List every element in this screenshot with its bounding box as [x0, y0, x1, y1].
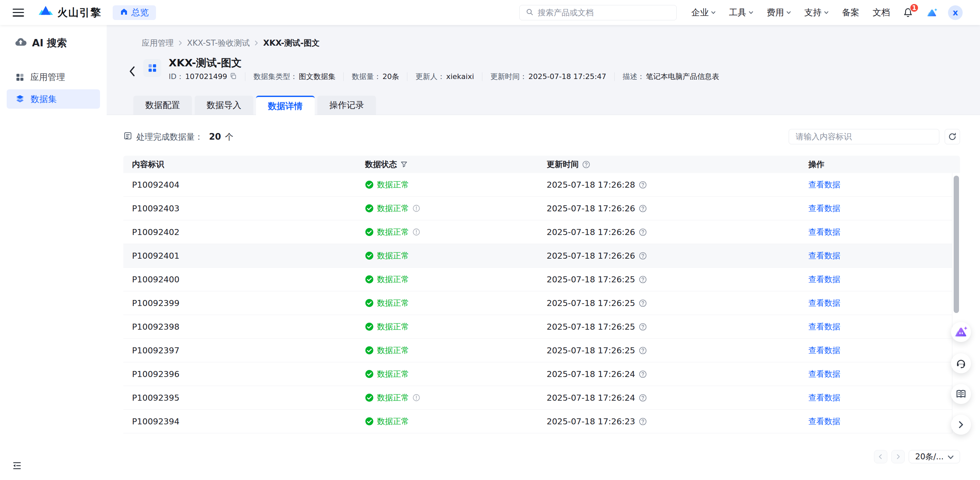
page-size-select[interactable]: 20条/...: [908, 450, 960, 463]
breadcrumb-item-1[interactable]: 应用管理: [142, 38, 173, 48]
table-row: P10092395数据正常2025-07-18 17:26:24查看数据: [123, 386, 960, 410]
top-nav-item-1[interactable]: 企业: [691, 7, 716, 18]
doc-check-icon: [123, 131, 132, 142]
top-bar: 火山引擎 总览 企业工具费用支持备案文档 1: [0, 0, 980, 25]
help-icon[interactable]: [639, 181, 647, 189]
row-time: 2025-07-18 17:26:24: [547, 369, 808, 379]
view-data-link[interactable]: 查看数据: [808, 393, 840, 403]
tab-数据导入[interactable]: 数据导入: [195, 96, 253, 114]
view-data-link[interactable]: 查看数据: [808, 321, 840, 332]
info-icon[interactable]: [412, 204, 420, 212]
help-icon[interactable]: [639, 346, 647, 354]
meta-3: 数据量：20条: [352, 72, 399, 82]
row-actions: 查看数据: [808, 369, 951, 379]
help-icon[interactable]: [639, 370, 647, 378]
back-button[interactable]: [127, 64, 137, 79]
tab-操作记录[interactable]: 操作记录: [317, 96, 376, 114]
row-time: 2025-07-18 17:26:26: [547, 251, 808, 261]
row-time: 2025-07-18 17:26:25: [547, 275, 808, 285]
top-nav-item-4[interactable]: 支持: [804, 7, 829, 18]
sidebar-item-数据集[interactable]: 数据集: [7, 89, 100, 109]
view-data-link[interactable]: 查看数据: [808, 203, 840, 214]
row-id: P10092403: [123, 203, 365, 213]
ai-assistant-button[interactable]: [951, 322, 971, 342]
sidebar-item-label: 数据集: [31, 93, 57, 105]
meta-divider: [343, 72, 344, 81]
table-row: P10092397数据正常2025-07-18 17:26:25查看数据: [123, 339, 960, 362]
global-search-input[interactable]: [538, 8, 670, 17]
user-avatar[interactable]: x: [948, 5, 963, 20]
table-body: P10092404数据正常2025-07-18 17:26:28查看数据P100…: [123, 173, 960, 433]
collapse-float-button[interactable]: [951, 415, 971, 435]
scrollbar-thumb[interactable]: [954, 176, 959, 313]
layers-icon: [15, 94, 25, 104]
help-icon[interactable]: [639, 394, 647, 402]
content-id-search[interactable]: [789, 129, 939, 144]
row-id: P10092401: [123, 251, 365, 261]
sidebar-item-应用管理[interactable]: 应用管理: [7, 67, 100, 87]
help-icon[interactable]: [582, 161, 590, 168]
notification-badge: 1: [910, 3, 919, 12]
row-id: P10092404: [123, 180, 365, 190]
content-id-search-input[interactable]: [795, 132, 932, 141]
menu-icon[interactable]: [13, 9, 24, 17]
view-data-link[interactable]: 查看数据: [808, 369, 840, 379]
status-badge: 数据正常: [365, 227, 547, 237]
copy-icon[interactable]: [230, 73, 237, 80]
row-id: P10092402: [123, 227, 365, 237]
row-id: P10092400: [123, 275, 365, 285]
view-data-link[interactable]: 查看数据: [808, 227, 840, 237]
table-row: P10092394数据正常2025-07-18 17:26:23查看数据: [123, 410, 960, 433]
help-icon[interactable]: [639, 204, 647, 213]
notification-bell[interactable]: 1: [903, 7, 913, 18]
table-row: P10092403数据正常2025-07-18 17:26:26查看数据: [123, 197, 960, 220]
top-nav-item-5[interactable]: 备案: [842, 7, 859, 18]
row-actions: 查看数据: [808, 345, 951, 356]
view-data-link[interactable]: 查看数据: [808, 298, 840, 308]
info-icon[interactable]: [412, 228, 420, 236]
processed-count: 处理完成数据量：20个: [123, 131, 233, 142]
info-icon[interactable]: [412, 394, 420, 402]
docs-book-button[interactable]: [951, 384, 971, 404]
home-icon: [120, 8, 128, 17]
refresh-button[interactable]: [945, 129, 960, 144]
tab-bar: 数据配置数据导入数据详情操作记录: [107, 96, 980, 114]
status-check-icon: [365, 251, 374, 260]
view-data-link[interactable]: 查看数据: [808, 274, 840, 285]
status-badge: 数据正常: [365, 250, 547, 261]
help-icon[interactable]: [639, 417, 647, 426]
view-data-link[interactable]: 查看数据: [808, 250, 840, 261]
tab-数据配置[interactable]: 数据配置: [133, 96, 192, 114]
volcano-logo-icon: [38, 5, 53, 20]
status-check-icon: [365, 346, 374, 354]
top-nav-item-2[interactable]: 工具: [729, 7, 753, 18]
top-nav-item-3[interactable]: 费用: [767, 7, 791, 18]
global-search[interactable]: [519, 5, 677, 20]
next-page-button[interactable]: [891, 450, 905, 463]
row-id: P10092397: [123, 346, 365, 355]
view-data-link[interactable]: 查看数据: [808, 345, 840, 356]
tab-数据详情[interactable]: 数据详情: [256, 96, 315, 115]
collapse-sidebar-icon[interactable]: [12, 461, 22, 471]
filter-icon[interactable]: [400, 161, 408, 168]
help-icon[interactable]: [639, 252, 647, 260]
help-icon[interactable]: [639, 323, 647, 331]
view-data-link[interactable]: 查看数据: [808, 179, 840, 190]
status-check-icon: [365, 204, 374, 213]
help-icon[interactable]: [639, 228, 647, 236]
row-time: 2025-07-18 17:26:25: [547, 346, 808, 355]
page-meta: ID：107021499数据集类型：图文数据集数据量：20条更新人：xiekai…: [169, 72, 719, 82]
support-headset-button[interactable]: [951, 353, 971, 374]
volcano-logo[interactable]: 火山引擎: [38, 5, 101, 20]
view-data-link[interactable]: 查看数据: [808, 416, 840, 427]
overview-button[interactable]: 总览: [113, 5, 156, 20]
breadcrumb-item-2[interactable]: XKX-ST-验收测试: [187, 38, 250, 48]
table-row: P10092402数据正常2025-07-18 17:26:26查看数据: [123, 220, 960, 244]
help-icon[interactable]: [639, 299, 647, 307]
row-actions: 查看数据: [808, 250, 951, 261]
prev-page-button[interactable]: [874, 450, 887, 463]
help-icon[interactable]: [639, 275, 647, 284]
top-nav-item-6[interactable]: 文档: [873, 7, 890, 18]
ai-assistant-mini-icon[interactable]: [926, 7, 938, 18]
row-id: P10092394: [123, 416, 365, 426]
